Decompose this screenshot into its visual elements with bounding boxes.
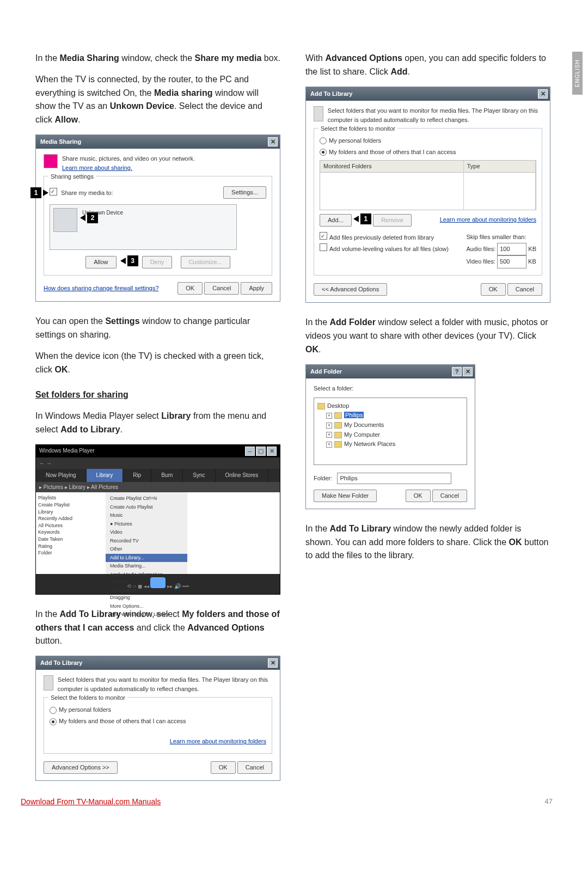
col-header: Type [464,161,535,173]
tree-item[interactable]: +Philips [317,411,463,420]
wmp-menu-item[interactable]: Add to Library... [106,554,187,563]
maximize-icon[interactable]: ▢ [256,447,266,456]
share-label: Share my media to: [61,190,113,196]
wmp-menu-item[interactable]: Music [106,511,187,520]
page-number: 47 [545,797,553,806]
advanced-options-button[interactable]: << Advanced Options [314,283,387,296]
add-to-library-window-simple: Add To Library ✕ Select folders that you… [35,656,280,780]
ok-button[interactable]: OK [177,282,203,295]
cancel-button[interactable]: Cancel [237,761,272,774]
para: When the TV is connected, by the router,… [35,73,280,127]
allow-button[interactable]: Allow [85,256,116,268]
wmp-menu-item[interactable]: Create Auto Playlist [106,503,187,512]
wmp-tab[interactable]: Library [87,469,124,482]
ok-button[interactable]: OK [211,761,236,774]
settings-button[interactable]: Settings... [223,186,266,199]
left-column: In the Media Sharing window, check the S… [35,52,280,794]
wmp-side-item[interactable]: Rating [38,543,103,550]
skip-label: Skip files smaller than: [466,232,536,243]
para: You can open the Settings window to chan… [35,315,280,342]
footer-link[interactable]: Download From TV-Manual.com Manuals [21,797,161,806]
folder-field[interactable]: Philips [337,473,451,484]
device-icon[interactable] [53,208,77,232]
cancel-button[interactable]: Cancel [507,283,542,296]
radio-personal[interactable] [50,707,57,714]
wmp-tab[interactable]: Now Playing [36,469,87,482]
unit-label: KB [528,258,536,265]
wmp-tab[interactable]: Online Stores [216,469,269,482]
wmp-side-item[interactable]: Library [38,509,103,516]
cb-deleted[interactable] [320,232,327,240]
ok-button[interactable]: OK [406,490,431,502]
radio-label: My folders and those of others that I ca… [59,718,186,724]
learn-monitoring-link[interactable]: Learn more about monitoring folders [170,738,266,744]
para: In the Add Folder window select a folder… [305,316,550,356]
wmp-menu-item[interactable]: Media Sharing... [106,562,187,571]
para: In Windows Media Player select Library f… [35,410,280,437]
media-sharing-icon [44,154,58,168]
cb-label: Add volume-leveling values for all files… [329,246,449,252]
cancel-button[interactable]: Cancel [432,490,467,502]
learn-more-link[interactable]: Learn more about sharing. [62,163,195,173]
tree-item[interactable]: +My Network Places [317,439,463,449]
minimize-icon[interactable]: – [245,447,255,456]
wmp-tab[interactable]: Sync [183,469,215,482]
wmp-side-item[interactable]: Playlists [38,494,103,502]
arrow-icon [353,216,359,222]
wmp-tab[interactable]: Rip [123,469,151,482]
media-sharing-desc: Share music, pictures, and video on your… [62,154,195,163]
apply-button[interactable]: Apply [241,282,272,295]
wmp-side-item[interactable]: Recently Added [38,515,103,522]
deny-button[interactable]: Deny [142,256,173,268]
wmp-menu-item[interactable]: Video [106,528,187,537]
window-title: Media Sharing [40,137,81,146]
help-icon[interactable]: ? [452,367,462,376]
close-icon[interactable]: ✕ [267,447,277,456]
tree-item[interactable]: Desktop [317,401,463,411]
wmp-menu-item[interactable]: Recorded TV [106,537,187,546]
cb-volume[interactable] [320,243,327,251]
tree-item[interactable]: +My Computer [317,430,463,440]
wmp-side-item[interactable]: Keywords [38,529,103,536]
close-icon[interactable]: ✕ [268,658,278,668]
radio-shared[interactable] [320,149,327,156]
remove-button[interactable]: Remove [373,214,412,227]
close-icon[interactable]: ✕ [463,367,473,376]
advanced-options-button[interactable]: Advanced Options >> [44,761,118,774]
make-folder-button[interactable]: Make New Folder [314,490,377,502]
video-label: Video files: [466,258,495,265]
section-heading: Set folders for sharing [35,388,280,402]
ok-button[interactable]: OK [481,283,506,296]
window-title: Add Folder [310,367,342,376]
learn-monitoring-link[interactable]: Learn more about monitoring folders [440,215,536,224]
cancel-button[interactable]: Cancel [204,282,239,295]
wmp-menu-item[interactable]: ● Pictures [106,520,187,529]
arrow-icon [80,215,85,221]
close-icon[interactable]: ✕ [268,137,278,146]
wmp-side-item[interactable]: Folder [38,549,103,557]
wmp-tab[interactable]: Burn [151,469,183,482]
wmp-side-item[interactable]: Date Taken [38,536,103,543]
wmp-window: Windows Media Player –▢✕ ← → Now Playing… [35,444,280,595]
add-button[interactable]: Add... [320,214,352,227]
wmp-menu-item[interactable]: Create Playlist Ctrl+N [106,494,187,503]
right-column: With Advanced Options open, you can add … [305,52,550,794]
play-button[interactable] [150,577,166,588]
close-icon[interactable]: ✕ [538,89,548,99]
video-field[interactable]: 500 [497,255,526,268]
atl-desc: Select folders that you want to monitor … [58,675,272,694]
arrow-icon [120,258,126,264]
radio-personal[interactable] [320,137,327,144]
wmp-side-item[interactable]: Create Playlist [38,502,103,509]
share-checkbox[interactable] [50,188,57,195]
tree-item[interactable]: +My Documents [317,420,463,430]
wmp-side-item[interactable]: All Pictures [38,522,103,529]
firewall-link[interactable]: How does sharing change firewall setting… [44,284,159,293]
language-tab: ENGLISH [572,52,583,95]
audio-field[interactable]: 100 [497,243,526,256]
customize-button[interactable]: Customize... [181,256,230,268]
radio-shared[interactable] [50,718,57,725]
folder-tree[interactable]: Desktop+Philips+My Documents+My Computer… [314,398,467,465]
wmp-menu-item[interactable]: Other [106,545,187,554]
media-sharing-window: Media Sharing ✕ Share music, pictures, a… [35,135,280,302]
